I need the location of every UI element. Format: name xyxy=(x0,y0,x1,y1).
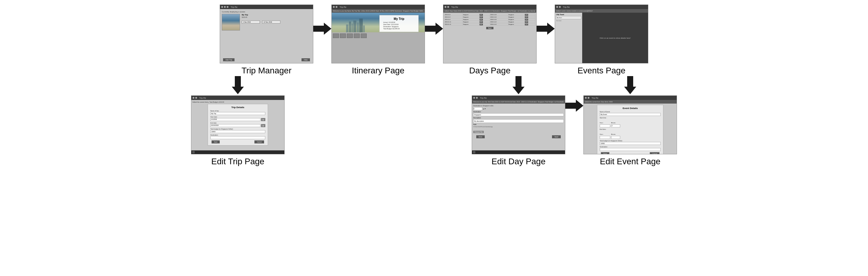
svg-rect-6 xyxy=(359,19,363,33)
day-edit-5[interactable]: EDIT xyxy=(479,19,490,21)
help-button[interactable]: Help xyxy=(302,58,310,61)
edit-event-end-minutes-input[interactable] xyxy=(611,136,620,139)
edit-event-done-button[interactable]: Done xyxy=(601,152,609,154)
edit-event-hours-input[interactable] xyxy=(600,124,610,127)
itinerary-url-bar: Welcome to your trip Name: My Trip Title… xyxy=(332,9,425,13)
edit-day-save-button[interactable]: Save! xyxy=(552,135,561,138)
events-sidebar-item-1[interactable]: My Event xyxy=(556,16,581,19)
svg-rect-4 xyxy=(353,21,356,32)
days-table: 2019-11-9 Singapore EDIT 2019-11-10 Sing… xyxy=(444,13,535,26)
edit-trip-save-button[interactable]: Save xyxy=(212,141,220,144)
titlebar-dot xyxy=(333,6,335,8)
edit-event-label-2: Start time : xyxy=(600,117,661,119)
itinerary-screen: Trip Re Welcome to your trip Name: My Tr… xyxy=(331,4,425,63)
day-edit-4[interactable]: EDIT xyxy=(525,16,535,19)
edit-form-calendar-btn-3[interactable]: ▦ xyxy=(261,124,265,127)
edit-event-end-minutes-group: Minutes: xyxy=(611,130,620,139)
edit-event-cancel-button[interactable]: Cancel xyxy=(650,152,659,154)
day-date-8: 2019-11-12 xyxy=(490,21,508,23)
edit-form-label-4: Total budget (in Singapore Dollar): xyxy=(210,128,265,130)
edit-day-desc-input[interactable]: My description xyxy=(473,119,564,123)
day-edit-10[interactable]: EDIT xyxy=(525,23,535,26)
edit-day-label: Edit Day Page xyxy=(492,157,546,166)
days-back-button[interactable]: Back xyxy=(486,27,493,29)
itinerary-destination: Destination: Singapore xyxy=(383,26,415,28)
edit-trip-form-buttons: Save Cancel xyxy=(210,141,265,144)
day-date-2: 2019-11-10 xyxy=(490,13,508,16)
edit-form-input-small-2[interactable]: 1/1/2000 xyxy=(210,118,260,121)
edit-form-input-5[interactable] xyxy=(210,136,265,139)
edit-day-column: Trip Re Welcome to your trip: Shin Date:… xyxy=(472,75,565,166)
add-trip-button[interactable]: Add Trip xyxy=(223,58,235,61)
edit-day-body: Destination in Singapore edits: ▲▼ Desti… xyxy=(472,103,565,150)
edit-day-url: Welcome to your trip: Shin Date:2019-11-… xyxy=(473,101,564,103)
days-body: 2019-11-9 Singapore EDIT 2019-11-10 Sing… xyxy=(443,13,536,63)
tm-date-row: 1 Nov 2019 12 Nov 2019 xyxy=(242,21,311,24)
table-row: 2019-11-9 Singapore EDIT 2019-11-10 Sing… xyxy=(444,13,535,16)
trip-manager-block: Trip Re Currently displaying a screen My… xyxy=(220,4,313,75)
edit-form-label-1: Name of trip: xyxy=(210,110,265,112)
edit-form-input-4[interactable]: 10943 xyxy=(210,130,265,133)
edit-event-minutes-input[interactable]: 1 xyxy=(611,124,620,127)
edit-event-form-row-2: Start time : Hours: Minutes: 1 xyxy=(600,117,661,127)
edit-trip-top-text: Edited the current Items, Total Budget: … xyxy=(192,101,283,103)
day-edit-6[interactable]: EDIT xyxy=(525,19,535,21)
days-screen: Trip Re Edited: Days Dates:2019-11-01/07… xyxy=(443,4,537,63)
arrow-right-4 xyxy=(565,98,583,113)
edit-trip-screen: Trip Re Edited the current Items, Total … xyxy=(191,95,285,154)
edit-event-input-4[interactable]: 10362 xyxy=(600,142,661,145)
edit-event-title-text: Trip Re xyxy=(592,97,598,99)
edit-trip-titlebar: Trip Re xyxy=(191,96,284,100)
day-sub-2: Singapore xyxy=(508,13,525,16)
events-title-text: Trip Re xyxy=(563,6,570,8)
titlebar-dot2 xyxy=(588,97,589,99)
edit-event-minutes-group: Minutes: 1 xyxy=(611,119,620,127)
edit-event-end-hours-input[interactable] xyxy=(600,136,610,139)
edit-trip-cancel-button[interactable]: Cancel xyxy=(254,141,264,144)
edit-event-hours-group: Hours: xyxy=(600,119,610,127)
edit-day-number-input[interactable] xyxy=(473,107,482,110)
fat-arrow-down-3 xyxy=(623,76,638,94)
edit-form-label-5: Destination: xyxy=(210,134,265,136)
itinerary-title-text: Trip Re xyxy=(340,6,346,8)
edit-event-input-5[interactable] xyxy=(600,148,661,151)
edit-form-input-with-btn-3: 10/10/2019 ▦ xyxy=(210,124,265,127)
edit-event-label-4: Total budget (in Singapore Dollar): xyxy=(600,140,661,142)
trip-manager-screen: Trip Re Currently displaying a screen My… xyxy=(220,4,313,63)
edit-day-number-row: ▲▼ xyxy=(473,107,564,110)
day-edit-1[interactable]: EDIT xyxy=(479,13,490,16)
day-edit-3[interactable]: EDIT xyxy=(479,16,490,19)
edit-event-input-1[interactable]: My Event xyxy=(600,113,661,116)
events-url-bar: Edited: Lorem: events.module.is.current.… xyxy=(555,9,648,13)
edit-day-done-button[interactable]: Done xyxy=(476,135,485,138)
edit-trip-body: Edited the current Items, Total Budget: … xyxy=(191,100,284,150)
edit-day-dest-input[interactable]: Singapore xyxy=(473,113,564,116)
events-sidebar-sub: Sub details xyxy=(556,20,581,22)
edit-event-end-hours-group: Hours: xyxy=(600,130,610,139)
titlebar-dot3 xyxy=(227,6,228,8)
day-edit-2[interactable]: EDIT xyxy=(525,13,535,16)
edit-form-label-2: Start date: xyxy=(210,116,265,118)
days-table-container: 2019-11-9 Singapore EDIT 2019-11-10 Sing… xyxy=(443,13,536,26)
day-edit-8[interactable]: EDIT xyxy=(525,21,535,23)
edit-trip-column: Trip Re Edited the current Items, Total … xyxy=(191,75,285,166)
edit-day-destination-label2: Destination: xyxy=(473,111,564,113)
edit-trip-form: Trip Details Name of trip: My Trip Start… xyxy=(208,104,268,146)
arrow-right-1 xyxy=(313,21,331,36)
edit-event-taskbar xyxy=(584,154,677,154)
titlebar-dot2 xyxy=(336,6,337,8)
edit-event-start-time-row: Hours: Minutes: 1 xyxy=(600,119,661,127)
edit-day-title-text: Trip Re xyxy=(480,97,487,99)
day-sub-10: Singapore xyxy=(508,23,525,26)
days-btn-row: Back xyxy=(443,26,536,30)
edit-day-choose-file-button[interactable]: Choose File xyxy=(473,131,484,133)
events-sidebar-title: 1 My Travel xyxy=(556,13,581,16)
edit-form-input-1[interactable]: My Trip xyxy=(210,112,265,115)
day-edit-7[interactable]: EDIT xyxy=(479,21,490,23)
edit-form-input-small-3[interactable]: 10/10/2019 xyxy=(210,124,260,127)
itinerary-info-box: My Trip Arrival: 1/11/2019 Start Date: 1… xyxy=(379,15,418,32)
edit-event-url: Edited the current form: Dary Items: 300… xyxy=(585,101,613,103)
edit-event-body: Event Details Name of Event: My Event St… xyxy=(584,103,677,154)
edit-form-calendar-btn-2[interactable]: ▦ xyxy=(261,118,265,121)
day-edit-9[interactable]: EDIT xyxy=(479,23,490,26)
